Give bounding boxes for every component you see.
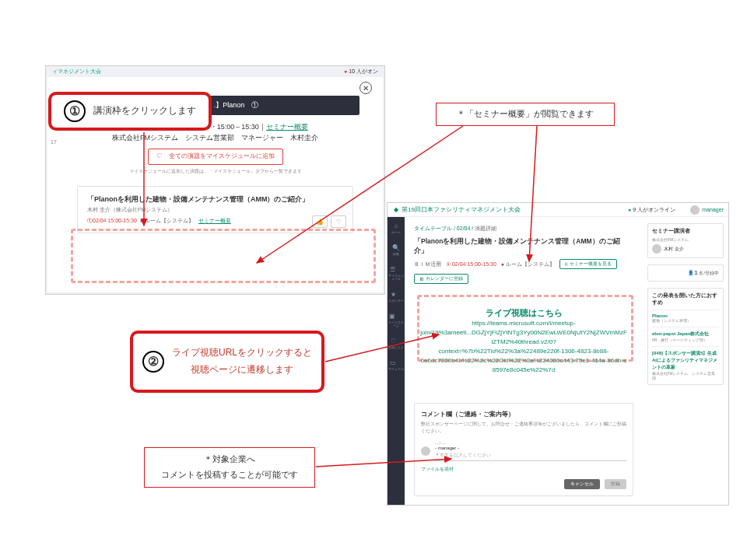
online-indicator: ● 9 人がオンライン [628, 206, 675, 214]
speaker-card: セミナー講演者 株式会社FMシステム 木村 圭介 [647, 223, 724, 258]
session-title: 「Planonを利用した建物・設備メンテナンス管理（AMM）のご紹介」 [414, 237, 633, 256]
callout-3: ＊「セミナー概要」が閲覧できます [436, 103, 615, 126]
sidebar-item-home[interactable]: ⌂ホーム [391, 222, 401, 234]
circled-number: ② [142, 351, 164, 373]
detail-header: ◆ 第19回日本ファシリティマネジメント大会 ● 9 人がオンライン manag… [388, 203, 728, 217]
add-all-schedule-button[interactable]: ♡ 全ての演題をマイスケジュールに追加 [148, 149, 283, 165]
user-chip[interactable]: manager [690, 205, 724, 215]
recommend-item[interactable]: [048]【スポンサー講演5】生成AIによるファシリティマネジメントの革新 株式… [652, 346, 719, 381]
add-calendar-button[interactable]: 🗓 カレンダーに登録 [414, 274, 468, 284]
avatar [421, 446, 430, 456]
heart-icon[interactable]: ♡ [331, 215, 346, 228]
card-seminar-overview-link[interactable]: セミナー概要 [198, 218, 231, 223]
event-title: 第19回日本ファシリティマネジメント大会 [402, 205, 521, 214]
live-watch-block: ライブ視聴はこちら https://teams.microsoft.com/l/… [414, 307, 633, 375]
live-heading: ライブ視聴はこちら [414, 307, 633, 319]
detail-right-column: セミナー講演者 株式会社FMシステム 木村 圭介 👤 1 名/登録中 この発表を… [643, 217, 728, 505]
sidebar: ⌂ホーム 🔍検索 ☰マイスケジュール ★スポンサー ▣ライブステージ ♡お気に入… [388, 217, 405, 505]
thumbs-up-icon[interactable]: 👍 [312, 215, 328, 228]
modal-event-title: ィマネジメント大会 [52, 68, 101, 74]
circled-number: ① [64, 100, 86, 122]
recommend-card: この発表を開いた方におすすめ Planon 建物（システム管理） ebm-pap… [647, 288, 724, 385]
live-url-link[interactable]: https://teams.microsoft.com/l/meetup- jo… [414, 319, 633, 375]
callout-1: ① 講演枠をクリックします [48, 92, 212, 131]
post-button[interactable]: 投稿 [605, 479, 626, 489]
callout-4: ＊対象企業へ コメントを投稿することが可能です [144, 447, 315, 488]
comment-card: コメント欄（ご連絡・ご案内等） 弊社スポンサーページに関して、お問合せ・ご連絡事… [414, 403, 633, 496]
sidebar-item-favorite[interactable]: ♡お気に入り [388, 337, 404, 349]
avatar [652, 244, 661, 254]
modal-event-bar: ィマネジメント大会 ● 10 人がオン [46, 66, 384, 77]
side-time: 17 [51, 139, 57, 145]
seminar-overview-link[interactable]: セミナー概要 [266, 123, 308, 131]
sidebar-item-schedule[interactable]: ☰マイスケジュール [388, 265, 405, 281]
close-icon[interactable]: ✕ [359, 82, 372, 94]
seminar-overview-button[interactable]: ⎘ セミナー概要を見る [559, 259, 617, 269]
recommend-item[interactable]: Planon 建物（システム管理） [652, 310, 719, 324]
recommend-item[interactable]: ebm-papst Japan株式会社 HR・賃行（マーケティング部） [652, 327, 719, 343]
detail-content: タイムテーブル / 02/04 / 演題詳細 「Planonを利用した建物・設備… [405, 217, 643, 505]
sidebar-item-live[interactable]: ▣ライブステージ [388, 312, 405, 327]
sidebar-item-manual[interactable]: ▭マニュアル [388, 359, 404, 371]
registered-count-card: 👤 1 名/登録中 [647, 264, 724, 282]
cancel-button[interactable]: キャンセル [564, 479, 600, 489]
session-card[interactable]: 「Planonを利用した建物・設備メンテナンス管理（AMM）のご紹介」 木村 圭… [77, 186, 353, 233]
sidebar-item-search[interactable]: 🔍検索 [391, 243, 401, 256]
sidebar-item-sponsor[interactable]: ★スポンサー [388, 290, 404, 303]
avatar [690, 205, 700, 215]
detail-screenshot: ◆ 第19回日本ファシリティマネジメント大会 ● 9 人がオンライン manag… [387, 202, 729, 506]
comment-input[interactable]: ＊本文を記入してください [435, 450, 626, 461]
online-indicator: ● 10 人がオン [344, 68, 378, 75]
breadcrumb: タイムテーブル / 02/04 / 演題詳細 [414, 225, 633, 233]
attach-file-link[interactable]: ファイルを添付 [421, 466, 626, 473]
callout-2: ② ライブ視聴URLをクリックすると 視聴ページに遷移します [130, 331, 324, 393]
